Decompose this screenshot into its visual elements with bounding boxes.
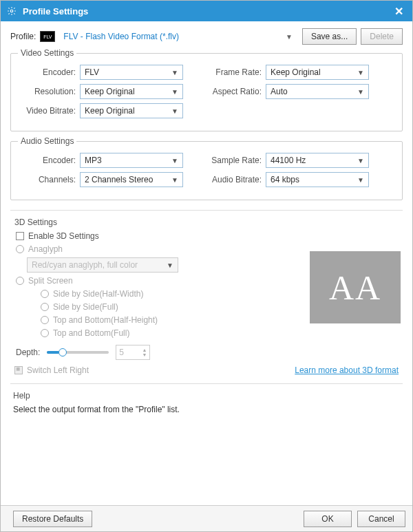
- chevron-down-icon: ▼: [357, 176, 364, 184]
- enable-3d-label: Enable 3D Settings: [28, 231, 99, 241]
- sbs-half-radio: [41, 290, 49, 298]
- depth-slider[interactable]: [47, 351, 109, 354]
- profile-select-value: FLV - Flash Video Format (*.flv): [63, 32, 179, 41]
- frame-rate-select[interactable]: Keep Original▼: [266, 65, 369, 80]
- preview-aa-icon: AA: [329, 268, 381, 308]
- anaglyph-radio: [16, 245, 24, 253]
- window-title: Profile Settings: [23, 6, 390, 17]
- switch-lr-checkbox: [14, 366, 23, 374]
- video-encoder-select[interactable]: FLV▼: [80, 65, 183, 80]
- frame-rate-label: Frame Rate:: [204, 67, 262, 77]
- chevron-down-icon: ▼: [171, 69, 178, 76]
- spinner-up-icon: ▲: [142, 348, 147, 352]
- split-screen-label: Split Screen: [28, 276, 73, 286]
- chevron-down-icon: ▼: [171, 107, 178, 115]
- chevron-down-icon: ▼: [171, 88, 178, 96]
- channels-select[interactable]: 2 Channels Stereo▼: [80, 172, 183, 187]
- video-encoder-label: Encoder:: [18, 67, 76, 77]
- save-as-button[interactable]: Save as...: [302, 28, 357, 45]
- chevron-down-icon: ▼: [357, 157, 364, 164]
- split-screen-radio: [16, 277, 24, 285]
- chevron-down-icon: ▼: [171, 157, 178, 164]
- learn-more-link[interactable]: Learn more about 3D format: [295, 365, 399, 375]
- switch-lr-label: Switch Left Right: [27, 365, 89, 375]
- audio-encoder-select[interactable]: MP3▼: [80, 153, 183, 168]
- chevron-down-icon: ▼: [167, 262, 173, 269]
- delete-button: Delete: [361, 28, 403, 45]
- video-bitrate-select[interactable]: Keep Original▼: [80, 103, 183, 118]
- svg-point-0: [10, 10, 13, 12]
- sbs-full-radio: [41, 303, 49, 311]
- restore-defaults-button[interactable]: Restore Defaults: [13, 511, 92, 527]
- aspect-ratio-select[interactable]: Auto▼: [266, 84, 369, 99]
- sample-rate-label: Sample Rate:: [204, 156, 262, 165]
- resolution-select[interactable]: Keep Original▼: [80, 84, 183, 99]
- profile-row: Profile: FLV FLV - Flash Video Format (*…: [10, 28, 403, 45]
- sbs-full-label: Side by Side(Full): [53, 302, 118, 312]
- chevron-down-icon: ▼: [357, 88, 364, 96]
- audio-encoder-label: Encoder:: [18, 156, 76, 165]
- threed-group-label: 3D Settings: [14, 217, 403, 227]
- cancel-button[interactable]: Cancel: [357, 511, 405, 527]
- help-group-label: Help: [13, 391, 400, 401]
- video-group-label: Video Settings: [18, 48, 76, 58]
- depth-label: Depth:: [16, 348, 40, 357]
- ok-button[interactable]: OK: [304, 511, 352, 527]
- enable-3d-checkbox[interactable]: [16, 232, 24, 240]
- tb-half-label: Top and Bottom(Half-Height): [53, 315, 158, 325]
- tb-full-label: Top and Bottom(Full): [53, 328, 129, 338]
- channels-label: Channels:: [18, 175, 76, 184]
- resolution-label: Resolution:: [18, 87, 76, 96]
- tb-half-radio: [41, 316, 49, 324]
- titlebar: Profile Settings ✕: [1, 1, 412, 21]
- aspect-ratio-label: Aspect Ratio:: [204, 87, 262, 96]
- sbs-half-label: Side by Side(Half-Width): [53, 289, 143, 299]
- help-group: Help Select the output format from the "…: [10, 383, 403, 414]
- sample-rate-select[interactable]: 44100 Hz▼: [266, 153, 369, 168]
- spinner-down-icon: ▼: [142, 352, 147, 357]
- profile-label: Profile:: [10, 32, 36, 41]
- audio-group-label: Audio Settings: [18, 136, 76, 146]
- anaglyph-label: Anaglyph: [28, 244, 63, 254]
- tb-full-radio: [41, 329, 49, 337]
- content-area: Profile: FLV FLV - Flash Video Format (*…: [1, 21, 412, 505]
- help-text: Select the output format from the "Profi…: [13, 405, 400, 414]
- footer: Restore Defaults OK Cancel: [1, 505, 412, 531]
- chevron-down-icon: ▼: [286, 33, 293, 41]
- audio-settings-group: Audio Settings Encoder: MP3▼ Sample Rate…: [10, 141, 403, 200]
- chevron-down-icon: ▼: [171, 176, 178, 184]
- close-icon[interactable]: ✕: [390, 5, 407, 18]
- audio-bitrate-label: Audio Bitrate:: [204, 175, 262, 184]
- flv-format-icon: FLV: [40, 31, 55, 42]
- gear-icon: [6, 6, 17, 17]
- video-bitrate-label: Video Bitrate:: [18, 106, 76, 116]
- audio-bitrate-select[interactable]: 64 kbps▼: [266, 172, 369, 187]
- profile-select[interactable]: FLV - Flash Video Format (*.flv) ▼: [59, 29, 297, 44]
- depth-spinner: 5 ▲▼: [116, 345, 150, 360]
- video-settings-group: Video Settings Encoder: FLV▼ Frame Rate:…: [10, 53, 403, 131]
- chevron-down-icon: ▼: [357, 69, 364, 76]
- threed-preview: AA: [310, 251, 401, 323]
- anaglyph-mode-select: Red/cyan anaglyph, full color▼: [27, 257, 178, 273]
